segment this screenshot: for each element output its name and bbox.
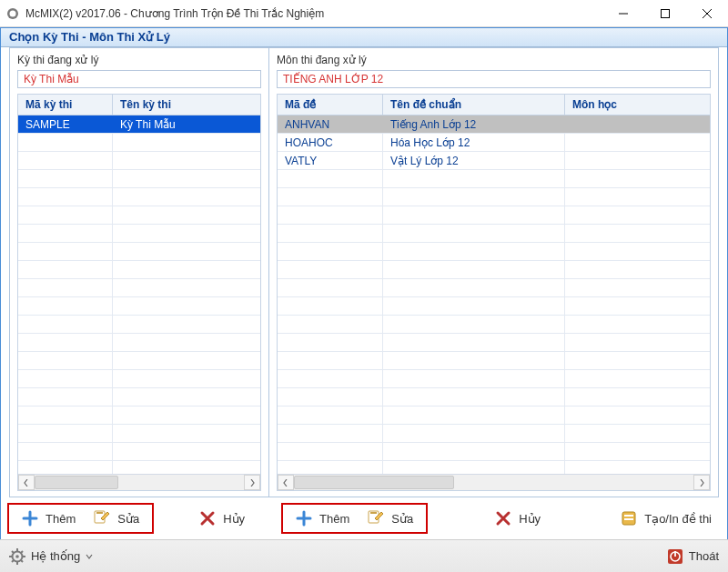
cell-ma xyxy=(278,425,383,442)
right-edit-button[interactable]: Sửa xyxy=(359,507,422,530)
svg-point-1 xyxy=(10,10,16,16)
cell-ma: VATLY xyxy=(278,152,383,169)
cell-ten xyxy=(383,243,565,260)
cell-ma xyxy=(18,370,113,387)
table-row xyxy=(278,170,710,188)
scroll-right-button[interactable] xyxy=(244,475,260,490)
svg-line-18 xyxy=(21,551,23,553)
cell-ten xyxy=(113,225,260,242)
cell-ma xyxy=(278,243,383,260)
table-row[interactable]: ANHVANTiếng Anh Lớp 12 xyxy=(278,115,710,134)
right-add-edit-group: Thêm Sửa xyxy=(281,503,428,534)
table-row xyxy=(18,206,260,225)
exit-button[interactable]: Thoát xyxy=(667,548,719,565)
cell-mon xyxy=(565,316,710,333)
cell-ten xyxy=(383,206,565,224)
table-row xyxy=(18,225,260,243)
table-row[interactable]: HOAHOCHóa Học Lớp 12 xyxy=(278,134,710,152)
svg-rect-9 xyxy=(624,518,633,520)
right-pane-current-value[interactable]: TIẾNG ANH LỚP 12 xyxy=(277,70,711,88)
cell-ma xyxy=(18,443,113,460)
cell-ma xyxy=(18,461,113,474)
cell-ten xyxy=(113,316,260,333)
cell-ma xyxy=(18,188,113,206)
cell-ma xyxy=(278,406,383,424)
table-row xyxy=(18,152,260,170)
cell-ten xyxy=(113,170,260,187)
table-row xyxy=(18,316,260,334)
cell-mon xyxy=(565,115,710,133)
table-row xyxy=(278,370,710,388)
cell-ten xyxy=(113,243,260,260)
table-row xyxy=(18,406,260,425)
left-edit-button[interactable]: Sửa xyxy=(85,507,148,530)
cell-ma xyxy=(18,352,113,369)
right-col-ten[interactable]: Tên đề chuẩn xyxy=(383,95,565,115)
cell-mon xyxy=(565,243,710,260)
cell-mon xyxy=(565,443,710,460)
cell-ma: SAMPLE xyxy=(18,115,113,133)
cell-ten xyxy=(113,388,260,406)
cell-ten: Tiếng Anh Lớp 12 xyxy=(383,115,565,133)
right-grid-body: ANHVANTiếng Anh Lớp 12HOAHOCHóa Học Lớp … xyxy=(278,115,710,474)
scroll-track[interactable] xyxy=(35,475,244,490)
table-row xyxy=(278,406,710,425)
cell-ma xyxy=(18,334,113,351)
cell-ma xyxy=(18,152,113,169)
right-cancel-button[interactable]: Hủy xyxy=(486,507,550,530)
scroll-track[interactable] xyxy=(294,475,693,490)
right-col-ma[interactable]: Mã đề xyxy=(278,95,383,115)
cell-mon xyxy=(565,388,710,406)
svg-rect-8 xyxy=(624,515,633,517)
page-subtitle: Chọn Kỳ Thi - Môn Thi Xử Lý xyxy=(9,30,170,44)
table-row xyxy=(278,352,710,370)
right-col-mon[interactable]: Môn học xyxy=(565,95,710,115)
window-maximize-button[interactable] xyxy=(644,0,686,26)
cell-ma xyxy=(18,206,113,224)
table-row xyxy=(278,297,710,316)
right-add-button[interactable]: Thêm xyxy=(287,507,359,530)
cell-mon xyxy=(565,370,710,387)
left-hscroll[interactable] xyxy=(18,474,260,490)
system-menu[interactable]: Hệ thống xyxy=(9,548,93,565)
table-row[interactable]: SAMPLEKỳ Thi Mẫu xyxy=(18,115,260,134)
window-minimize-button[interactable] xyxy=(602,0,644,26)
table-row xyxy=(278,461,710,474)
page-subtitle-bar: Chọn Kỳ Thi - Môn Thi Xử Lý xyxy=(0,27,728,47)
cell-ma xyxy=(18,279,113,296)
cell-ma: ANHVAN xyxy=(278,115,383,133)
table-row xyxy=(278,225,710,243)
cell-mon xyxy=(565,425,710,442)
table-row xyxy=(18,170,260,188)
left-col-ma[interactable]: Mã kỳ thi xyxy=(18,95,113,115)
cell-ten xyxy=(113,406,260,424)
cell-ten xyxy=(383,170,565,187)
cell-ma xyxy=(18,297,113,315)
btn-label: Hủy xyxy=(223,512,245,526)
generate-print-button[interactable]: Tạo/In đề thi xyxy=(612,507,721,530)
main-area: Kỳ thi đang xử lý Kỳ Thi Mẫu Mã kỳ thi T… xyxy=(9,47,719,497)
left-cancel-button[interactable]: Hủy xyxy=(190,507,254,530)
svg-line-16 xyxy=(12,551,14,553)
left-add-button[interactable]: Thêm xyxy=(13,507,85,530)
table-row[interactable]: VATLYVật Lý Lớp 12 xyxy=(278,152,710,170)
left-col-ten[interactable]: Tên kỳ thi xyxy=(113,95,260,115)
table-row xyxy=(18,461,260,474)
scroll-right-button[interactable] xyxy=(693,475,710,490)
cell-ten xyxy=(383,443,565,460)
cell-mon xyxy=(565,134,710,151)
right-grid-header: Mã đề Tên đề chuẩn Môn học xyxy=(278,95,710,115)
scroll-left-button[interactable] xyxy=(278,475,294,490)
svg-rect-6 xyxy=(370,512,377,514)
cell-ten xyxy=(383,388,565,406)
chevron-down-icon xyxy=(86,549,93,563)
right-pane-label: Môn thi đang xử lý xyxy=(269,48,718,70)
cell-ten: Kỳ Thi Mẫu xyxy=(113,115,260,133)
window-close-button[interactable] xyxy=(686,0,728,26)
scroll-thumb[interactable] xyxy=(35,476,118,489)
right-hscroll[interactable] xyxy=(278,474,710,490)
table-row xyxy=(278,188,710,206)
scroll-thumb[interactable] xyxy=(294,476,454,489)
scroll-left-button[interactable] xyxy=(18,475,35,490)
left-pane-current-value[interactable]: Kỳ Thi Mẫu xyxy=(17,70,261,88)
